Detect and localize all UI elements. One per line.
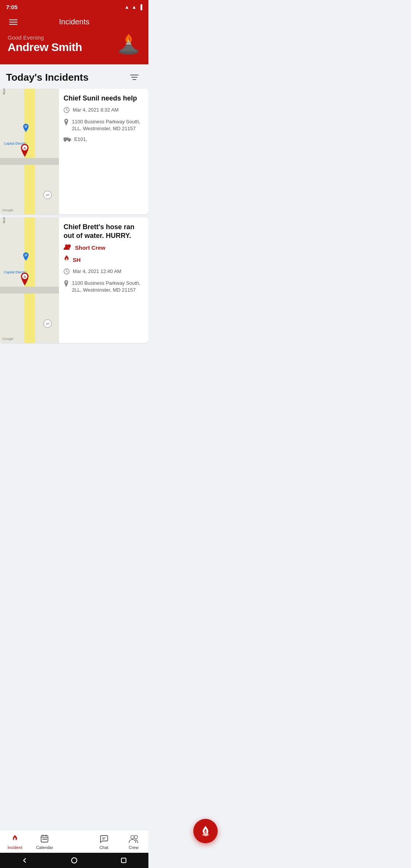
status-bar: 7:05 ▲ ▲ ▐	[0, 0, 148, 14]
incident-title-1: Chief Sunil needs help	[64, 94, 144, 103]
road-label: Business Pkwy S	[2, 89, 6, 94]
incident-title-2: Chief Brett's hose ran out of water. HUR…	[64, 223, 144, 240]
svg-point-15	[68, 244, 71, 247]
clock-icon-2	[64, 268, 70, 276]
header-title: Incidents	[59, 18, 89, 26]
incident-unit-row-1: E101,	[64, 136, 144, 143]
truck-icon-1	[64, 136, 71, 143]
road-label-2: Business Pkwy S	[2, 217, 6, 223]
status-time: 7:05	[6, 4, 18, 10]
google-label-2: Google	[2, 337, 13, 341]
incident-unit-1: E101,	[74, 136, 87, 143]
sh-label: SH	[73, 257, 81, 263]
app-logo	[116, 31, 141, 57]
incident-date-1: Mar 4, 2021 8:32 AM	[73, 107, 119, 113]
svg-rect-8	[64, 137, 68, 140]
greeting-text: Good Evening	[8, 34, 82, 41]
fire-badge-icon	[64, 255, 70, 264]
incident-map-2: Business Pkwy S Capital Electric A 97 Go…	[0, 217, 59, 343]
battery-icon: ▐	[139, 4, 142, 10]
incident-address-2: 1100 Business Parkway South, 2LL, Westmi…	[72, 280, 144, 294]
incidents-header: Today's Incidents	[0, 64, 148, 89]
map-red-pin: A	[19, 144, 30, 157]
filter-icon	[130, 73, 140, 81]
location-icon-1	[64, 119, 69, 127]
wifi-icon: ▲	[124, 4, 129, 10]
svg-text:A: A	[24, 275, 26, 279]
svg-point-10	[68, 140, 70, 142]
incident-info-1: Chief Sunil needs help Mar 4, 2021 8:32 …	[59, 89, 148, 214]
short-crew-label: Short Crew	[75, 244, 105, 251]
incident-address-1: 1100 Business Parkway South, 2LL, Westmi…	[72, 118, 144, 132]
crew-badge-icon	[64, 244, 72, 251]
user-name: Andrew Smith	[8, 41, 82, 54]
menu-button[interactable]	[8, 18, 19, 26]
main-content: Today's Incidents Business Pkwy S Capita…	[0, 64, 148, 343]
incident-card-1[interactable]: Business Pkwy S Capital Electric A 97 Go…	[0, 89, 148, 214]
sh-badge: SH	[64, 255, 144, 264]
location-icon-2	[64, 280, 69, 289]
svg-text:A: A	[24, 146, 26, 150]
filter-button[interactable]	[128, 71, 142, 83]
clock-icon-1	[64, 107, 70, 115]
incident-card-2[interactable]: Business Pkwy S Capital Electric A 97 Go…	[0, 217, 148, 343]
incident-info-2: Chief Brett's hose ran out of water. HUR…	[59, 217, 148, 343]
svg-point-17	[65, 281, 67, 283]
google-label: Google	[2, 208, 13, 212]
map-blue-pin-2	[22, 252, 30, 261]
app-header: Incidents Good Evening Andrew Smith	[0, 14, 148, 64]
svg-point-9	[64, 140, 66, 142]
incident-date-row-1: Mar 4, 2021 8:32 AM	[64, 107, 144, 115]
incident-date-2: Mar 4, 2021 12:40 AM	[73, 268, 121, 275]
svg-point-7	[65, 120, 67, 121]
map-red-pin-2: A	[19, 273, 30, 286]
status-icons: ▲ ▲ ▐	[124, 4, 142, 10]
incident-address-row-2: 1100 Business Parkway South, 2LL, Westmi…	[64, 280, 144, 294]
incident-address-row-1: 1100 Business Parkway South, 2LL, Westmi…	[64, 118, 144, 132]
short-crew-badge: Short Crew	[64, 244, 144, 251]
incident-map-1: Business Pkwy S Capital Electric A 97 Go…	[0, 89, 59, 214]
signal-icon: ▲	[132, 4, 137, 10]
incident-date-row-2: Mar 4, 2021 12:40 AM	[64, 268, 144, 276]
incidents-section-title: Today's Incidents	[6, 72, 89, 83]
map-blue-pin	[22, 124, 30, 132]
